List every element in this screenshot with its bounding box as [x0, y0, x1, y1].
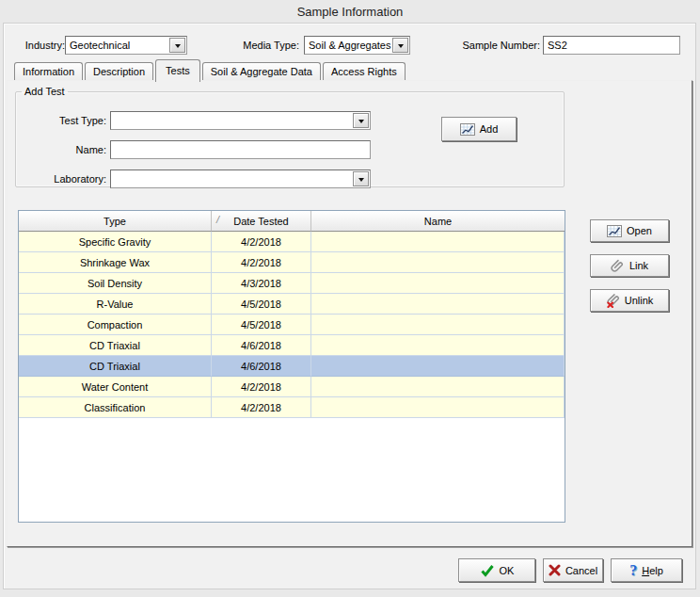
laboratory-select[interactable] [110, 169, 371, 188]
open-button-label: Open [627, 225, 652, 236]
industry-value: Geotechnical [66, 40, 168, 51]
chevron-down-icon[interactable] [169, 38, 185, 53]
chevron-down-icon[interactable] [353, 171, 369, 186]
table-row[interactable]: R-Value 4/5/2018 [19, 294, 565, 315]
paperclip-icon [611, 259, 625, 273]
table-row[interactable]: Classification 4/2/2018 [19, 397, 565, 418]
tab-bar: Information Description Tests Soil & Agg… [14, 58, 407, 81]
chevron-down-icon[interactable] [353, 113, 369, 128]
dialog-panel: Industry: Geotechnical Media Type: Soil … [3, 23, 696, 589]
chart-grid-icon [460, 123, 475, 136]
table-row[interactable]: Soil Density 4/3/2018 [19, 273, 565, 294]
link-button[interactable]: Link [590, 254, 669, 277]
tab-information[interactable]: Information [14, 62, 83, 81]
paperclip-x-icon [606, 294, 620, 308]
unlink-button-label: Unlink [625, 295, 654, 306]
window-title: Sample Information [0, 5, 700, 19]
add-test-groupbox: Add Test Test Type: Name: Laboratory: [15, 86, 565, 187]
ok-button[interactable]: OK [458, 558, 535, 582]
media-type-select[interactable]: Soil & Aggregates [304, 36, 410, 55]
ok-button-label: OK [500, 565, 515, 576]
test-name-input[interactable] [110, 140, 371, 159]
chart-grid-icon [607, 225, 622, 237]
table-row[interactable]: Water Content 4/2/2018 [19, 377, 565, 397]
test-type-label: Test Type: [22, 114, 106, 127]
table-row[interactable]: CD Triaxial 4/6/2018 [19, 335, 565, 356]
sample-number-input[interactable] [543, 36, 680, 55]
col-name[interactable]: Name [311, 211, 565, 232]
add-test-group-label: Add Test [22, 86, 68, 97]
cancel-button-label: Cancel [565, 565, 597, 576]
industry-select[interactable]: Geotechnical [65, 36, 187, 55]
cancel-button[interactable]: Cancel [543, 558, 603, 582]
green-check-icon [480, 564, 495, 577]
laboratory-label: Laboratory: [22, 172, 106, 186]
media-type-label: Media Type: [235, 39, 299, 52]
help-button-label: Help [642, 565, 663, 576]
open-button[interactable]: Open [590, 219, 669, 242]
link-button-label: Link [629, 260, 648, 271]
table-row[interactable]: Specific Gravity 4/2/2018 [19, 232, 565, 252]
sort-ascending-icon: / [216, 214, 219, 225]
help-button[interactable]: ? Help [611, 558, 682, 582]
col-date-tested[interactable]: / Date Tested [212, 211, 311, 232]
tab-soil-aggregate-data[interactable]: Soil & Aggregate Data [202, 62, 321, 81]
unlink-button[interactable]: Unlink [590, 289, 669, 312]
add-button-label: Add [480, 123, 499, 135]
test-type-select[interactable] [110, 111, 371, 130]
table-row[interactable]: Compaction 4/5/2018 [19, 315, 565, 335]
tab-description[interactable]: Description [85, 62, 153, 81]
chevron-down-icon[interactable] [392, 38, 408, 53]
table-row-selected[interactable]: CD Triaxial 4/6/2018 [19, 356, 565, 377]
tests-tab-panel: Add Test Test Type: Name: Laboratory: [7, 80, 692, 547]
tab-access-rights[interactable]: Access Rights [323, 62, 406, 81]
test-name-label: Name: [22, 143, 106, 156]
tab-tests[interactable]: Tests [155, 59, 200, 82]
red-x-icon [549, 564, 561, 576]
sample-number-label: Sample Number: [453, 39, 540, 52]
tests-table: Type / Date Tested Name Specific Gravity… [18, 210, 565, 523]
industry-label: Industry: [13, 39, 65, 52]
add-button[interactable]: Add [441, 117, 517, 141]
media-type-value: Soil & Aggregates [305, 40, 391, 51]
table-header: Type / Date Tested Name [19, 211, 565, 232]
blue-question-icon: ? [629, 564, 637, 577]
table-row[interactable]: Shrinkage Wax 4/2/2018 [19, 252, 565, 273]
col-type[interactable]: Type [19, 211, 212, 232]
